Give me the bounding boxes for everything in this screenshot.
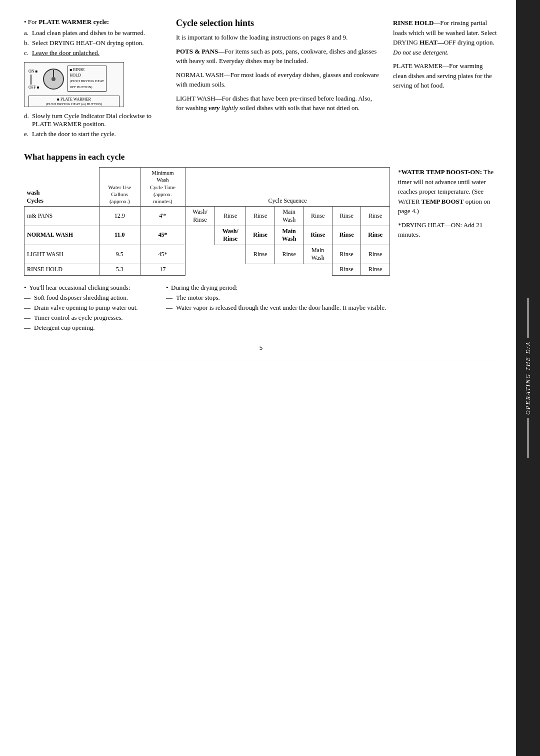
sound-3: Timer control as cycle progresses.	[24, 314, 154, 322]
step-d: d.Slowly turn Cycle Indicator Dial clock…	[24, 112, 164, 128]
table-row-rinse-hold: RINSE HOLD 5.3 17 Rinse Rinse	[24, 264, 390, 276]
drying-period-section: During the drying period: The motor stop…	[166, 284, 498, 334]
plate-warmer-header: • For PLATE WARMER cycle:	[24, 18, 164, 26]
table-notes: *WATER TEMP BOOST-ON: The timer will not…	[398, 167, 498, 244]
cycle-table: wash Cycles Water UseGallons(approx.) Mi…	[24, 167, 390, 276]
pots-pans-hint: POTS & PANS—For items such as pots, pans…	[176, 47, 381, 66]
table-row-normal-wash: NORMAL WASH 11.0 45* Wash/Rinse Rinse Ma…	[24, 226, 390, 245]
what-happens-title: What happens in each cycle	[24, 152, 498, 162]
page-number: 5	[24, 344, 498, 352]
sound-4: Detergent cup opening.	[24, 324, 154, 332]
drying-heat-note: *DRYING HEAT—ON: Add 21 minutes.	[398, 220, 498, 240]
clicking-sounds-section: You'll hear occasional clicking sounds: …	[24, 284, 154, 334]
rinse-hold-hint: RINSE HOLD—For rinsing partial loads whi…	[393, 18, 498, 57]
cycle-hints-title: Cycle selection hints	[176, 18, 381, 29]
what-happens-section: What happens in each cycle wash Cycles W…	[24, 152, 498, 276]
cycle-hints-intro: It is important to follow the loading in…	[176, 33, 381, 43]
plate-warmer-steps: a.Load clean plates and dishes to be war…	[24, 29, 164, 57]
drying-1: The motor stops.	[166, 294, 498, 302]
bottom-section: You'll hear occasional clicking sounds: …	[24, 284, 498, 334]
plate-warmer-hint: PLATE WARMER—For warming clean dishes an…	[393, 61, 498, 91]
table-row-pots-pans: m& PANS 12.9 4'* Wash/Rinse Rinse Rinse …	[24, 207, 390, 226]
right-tab-text: Operating the D/A	[524, 341, 532, 415]
table-row-light-wash: LIGHT WASH 9.5 45* Rinse Rinse MainWash …	[24, 245, 390, 264]
right-tab: Operating the D/A	[516, 0, 540, 756]
sound-2: Drain valve opening to pump water out.	[24, 304, 154, 312]
normal-wash-hint: NORMAL WASH—For most loads of everyday d…	[176, 70, 381, 90]
svg-point-2	[52, 77, 56, 81]
sound-1: Soft food disposer shredding action.	[24, 294, 154, 302]
step-b: b.Select DRYING HEAT–ON drying option.	[24, 39, 164, 47]
step-c: c.Leave the door unlatched.	[24, 49, 164, 57]
bottom-rule	[24, 362, 498, 362]
clicking-intro: You'll hear occasional clicking sounds:	[24, 284, 154, 292]
drying-intro: During the drying period:	[166, 284, 498, 292]
plate-warmer-diagram: ON ■ OFF ■	[24, 62, 124, 107]
step-e: e.Latch the door to start the cycle.	[24, 130, 164, 138]
plate-warmer-steps-2: d.Slowly turn Cycle Indicator Dial clock…	[24, 112, 164, 138]
step-a: a.Load clean plates and dishes to be war…	[24, 29, 164, 37]
water-temp-note: *WATER TEMP BOOST-ON: The timer will not…	[398, 167, 498, 216]
light-wash-hint: LIGHT WASH—For dishes that have been pre…	[176, 94, 381, 113]
drying-2: Water vapor is released through the vent…	[166, 304, 498, 312]
